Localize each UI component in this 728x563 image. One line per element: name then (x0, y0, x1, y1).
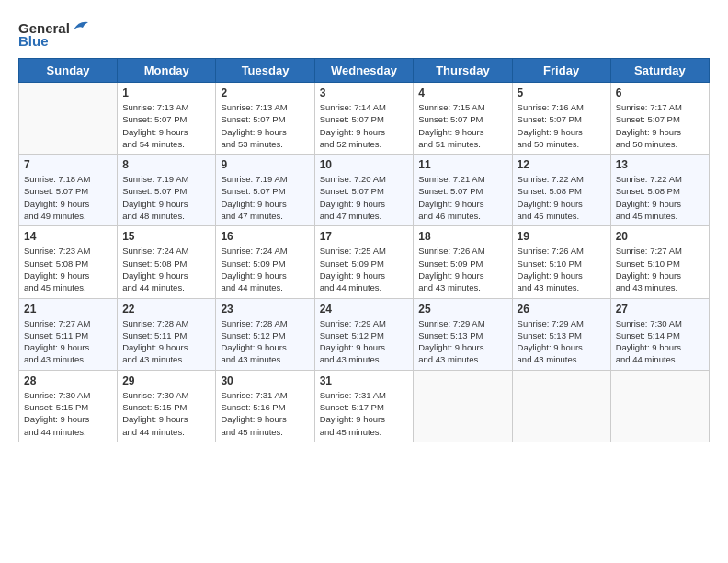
calendar-cell (414, 370, 512, 442)
calendar-cell: 1Sunrise: 7:13 AMSunset: 5:07 PMDaylight… (118, 83, 216, 155)
day-number: 25 (418, 303, 506, 316)
day-number: 28 (24, 374, 112, 387)
day-info: Sunrise: 7:17 AMSunset: 5:07 PMDaylight:… (616, 101, 704, 150)
day-info: Sunrise: 7:18 AMSunset: 5:07 PMDaylight:… (24, 173, 112, 222)
day-info: Sunrise: 7:29 AMSunset: 5:13 PMDaylight:… (518, 317, 606, 366)
calendar-cell: 6Sunrise: 7:17 AMSunset: 5:07 PMDaylight… (610, 83, 709, 155)
calendar-cell (512, 370, 610, 442)
calendar-header-monday: Monday (118, 59, 216, 83)
day-info: Sunrise: 7:13 AMSunset: 5:07 PMDaylight:… (122, 101, 210, 150)
day-info: Sunrise: 7:21 AMSunset: 5:07 PMDaylight:… (418, 173, 506, 222)
logo-bird-icon (72, 18, 92, 33)
calendar-cell: 16Sunrise: 7:24 AMSunset: 5:09 PMDayligh… (216, 226, 314, 298)
day-number: 2 (221, 86, 309, 99)
calendar-week-row: 1Sunrise: 7:13 AMSunset: 5:07 PMDaylight… (19, 83, 710, 155)
calendar-cell (610, 370, 709, 442)
day-info: Sunrise: 7:26 AMSunset: 5:10 PMDaylight:… (518, 245, 606, 293)
day-number: 20 (616, 230, 704, 243)
calendar-cell: 20Sunrise: 7:27 AMSunset: 5:10 PMDayligh… (610, 226, 709, 298)
day-info: Sunrise: 7:30 AMSunset: 5:15 PMDaylight:… (122, 389, 210, 438)
day-number: 6 (616, 86, 704, 99)
calendar-cell: 3Sunrise: 7:14 AMSunset: 5:07 PMDaylight… (314, 83, 414, 155)
calendar-cell: 8Sunrise: 7:19 AMSunset: 5:07 PMDaylight… (118, 155, 216, 226)
day-number: 17 (320, 230, 409, 243)
day-info: Sunrise: 7:28 AMSunset: 5:12 PMDaylight:… (221, 317, 309, 366)
logo: General Blue (18, 18, 92, 49)
calendar-table: SundayMondayTuesdayWednesdayThursdayFrid… (18, 58, 710, 442)
calendar-week-row: 7Sunrise: 7:18 AMSunset: 5:07 PMDaylight… (19, 155, 710, 226)
day-number: 16 (221, 230, 309, 243)
calendar-cell: 22Sunrise: 7:28 AMSunset: 5:11 PMDayligh… (118, 298, 216, 370)
day-info: Sunrise: 7:19 AMSunset: 5:07 PMDaylight:… (221, 173, 309, 222)
day-number: 31 (320, 374, 409, 387)
day-number: 26 (518, 303, 606, 316)
day-info: Sunrise: 7:29 AMSunset: 5:12 PMDaylight:… (320, 317, 409, 366)
calendar-cell: 12Sunrise: 7:22 AMSunset: 5:08 PMDayligh… (512, 155, 610, 226)
logo-blue: Blue (18, 33, 49, 49)
calendar-cell: 13Sunrise: 7:22 AMSunset: 5:08 PMDayligh… (610, 155, 709, 226)
day-number: 21 (24, 303, 112, 316)
calendar-week-row: 21Sunrise: 7:27 AMSunset: 5:11 PMDayligh… (19, 298, 710, 370)
day-info: Sunrise: 7:29 AMSunset: 5:13 PMDaylight:… (418, 317, 506, 366)
day-info: Sunrise: 7:13 AMSunset: 5:07 PMDaylight:… (221, 101, 309, 150)
day-info: Sunrise: 7:26 AMSunset: 5:09 PMDaylight:… (418, 245, 506, 293)
calendar-cell: 11Sunrise: 7:21 AMSunset: 5:07 PMDayligh… (414, 155, 512, 226)
day-info: Sunrise: 7:24 AMSunset: 5:09 PMDaylight:… (221, 245, 309, 293)
calendar-cell: 28Sunrise: 7:30 AMSunset: 5:15 PMDayligh… (19, 370, 118, 442)
day-number: 5 (518, 86, 606, 99)
day-info: Sunrise: 7:23 AMSunset: 5:08 PMDaylight:… (24, 245, 112, 293)
logo-container: General Blue (18, 18, 92, 49)
day-info: Sunrise: 7:14 AMSunset: 5:07 PMDaylight:… (320, 101, 409, 150)
calendar-cell: 26Sunrise: 7:29 AMSunset: 5:13 PMDayligh… (512, 298, 610, 370)
calendar-header-saturday: Saturday (610, 59, 709, 83)
day-info: Sunrise: 7:30 AMSunset: 5:15 PMDaylight:… (24, 389, 112, 438)
day-info: Sunrise: 7:22 AMSunset: 5:08 PMDaylight:… (518, 173, 606, 222)
day-number: 15 (122, 230, 210, 243)
day-number: 18 (418, 230, 506, 243)
calendar-cell: 30Sunrise: 7:31 AMSunset: 5:16 PMDayligh… (216, 370, 314, 442)
day-number: 27 (616, 303, 704, 316)
day-info: Sunrise: 7:31 AMSunset: 5:16 PMDaylight:… (221, 389, 309, 438)
day-number: 12 (518, 158, 606, 171)
calendar-cell: 29Sunrise: 7:30 AMSunset: 5:15 PMDayligh… (118, 370, 216, 442)
calendar-cell: 10Sunrise: 7:20 AMSunset: 5:07 PMDayligh… (314, 155, 414, 226)
day-info: Sunrise: 7:20 AMSunset: 5:07 PMDaylight:… (320, 173, 409, 222)
calendar-cell: 4Sunrise: 7:15 AMSunset: 5:07 PMDaylight… (414, 83, 512, 155)
day-number: 9 (221, 158, 309, 171)
page: General Blue SundayMondayTuesdayWednesda… (0, 0, 728, 563)
calendar-cell: 25Sunrise: 7:29 AMSunset: 5:13 PMDayligh… (414, 298, 512, 370)
calendar-cell: 7Sunrise: 7:18 AMSunset: 5:07 PMDaylight… (19, 155, 118, 226)
day-info: Sunrise: 7:25 AMSunset: 5:09 PMDaylight:… (320, 245, 409, 293)
calendar-week-row: 28Sunrise: 7:30 AMSunset: 5:15 PMDayligh… (19, 370, 710, 442)
calendar-header-tuesday: Tuesday (216, 59, 314, 83)
day-info: Sunrise: 7:24 AMSunset: 5:08 PMDaylight:… (122, 245, 210, 293)
calendar-cell: 14Sunrise: 7:23 AMSunset: 5:08 PMDayligh… (19, 226, 118, 298)
calendar-header-thursday: Thursday (414, 59, 512, 83)
calendar-header-friday: Friday (512, 59, 610, 83)
calendar-cell: 18Sunrise: 7:26 AMSunset: 5:09 PMDayligh… (414, 226, 512, 298)
day-info: Sunrise: 7:28 AMSunset: 5:11 PMDaylight:… (122, 317, 210, 366)
day-number: 13 (616, 158, 704, 171)
day-info: Sunrise: 7:22 AMSunset: 5:08 PMDaylight:… (616, 173, 704, 222)
calendar-header-wednesday: Wednesday (314, 59, 414, 83)
day-info: Sunrise: 7:27 AMSunset: 5:11 PMDaylight:… (24, 317, 112, 366)
day-info: Sunrise: 7:30 AMSunset: 5:14 PMDaylight:… (616, 317, 704, 366)
day-info: Sunrise: 7:31 AMSunset: 5:17 PMDaylight:… (320, 389, 409, 438)
calendar-cell (19, 83, 118, 155)
day-number: 10 (320, 158, 409, 171)
calendar-header-row: SundayMondayTuesdayWednesdayThursdayFrid… (19, 59, 710, 83)
day-number: 24 (320, 303, 409, 316)
calendar-cell: 15Sunrise: 7:24 AMSunset: 5:08 PMDayligh… (118, 226, 216, 298)
day-info: Sunrise: 7:15 AMSunset: 5:07 PMDaylight:… (418, 101, 506, 150)
day-number: 23 (221, 303, 309, 316)
day-number: 11 (418, 158, 506, 171)
calendar-cell: 21Sunrise: 7:27 AMSunset: 5:11 PMDayligh… (19, 298, 118, 370)
day-number: 8 (122, 158, 210, 171)
calendar-cell: 24Sunrise: 7:29 AMSunset: 5:12 PMDayligh… (314, 298, 414, 370)
header: General Blue (18, 18, 710, 49)
day-number: 29 (122, 374, 210, 387)
calendar-header-sunday: Sunday (19, 59, 118, 83)
calendar-week-row: 14Sunrise: 7:23 AMSunset: 5:08 PMDayligh… (19, 226, 710, 298)
day-number: 3 (320, 86, 409, 99)
day-number: 14 (24, 230, 112, 243)
